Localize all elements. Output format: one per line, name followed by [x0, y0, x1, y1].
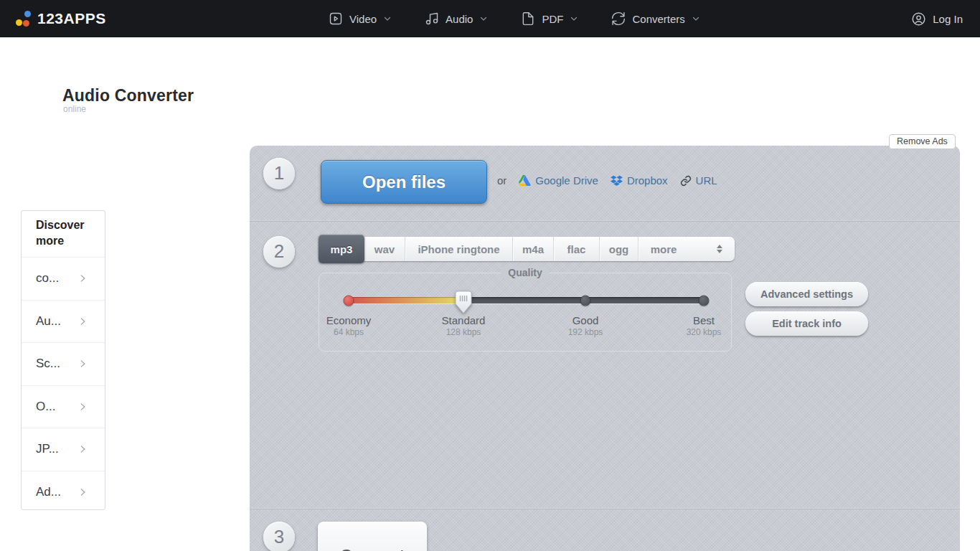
quality-slider-fill — [345, 297, 463, 303]
remove-ads-button[interactable]: Remove Ads — [889, 134, 956, 149]
quality-dot-economy[interactable] — [344, 295, 354, 306]
discover-item-label: Sc... — [36, 357, 60, 371]
discover-item-label: Au... — [36, 314, 61, 329]
chevron-down-icon — [479, 14, 488, 23]
chevron-down-icon — [570, 14, 578, 23]
quality-stop-labels: Economy 64 kbps Standard 128 kbps Good 1… — [345, 314, 704, 343]
format-tab-iphone-ringtone[interactable]: iPhone ringtone — [405, 237, 513, 261]
converters-icon — [611, 11, 626, 26]
page-subtitle: online — [63, 104, 86, 114]
chevron-right-icon — [77, 273, 88, 283]
logo-dots-icon — [16, 11, 32, 27]
pdf-file-icon — [521, 11, 535, 26]
menu-label-pdf: PDF — [542, 13, 563, 25]
top-nav-bar: 123APPS Video Audio PDF Converters Log I… — [0, 0, 980, 37]
format-tab-ogg[interactable]: ogg — [600, 237, 639, 261]
chevron-right-icon — [77, 359, 88, 369]
google-drive-link[interactable]: Google Drive — [519, 174, 598, 187]
format-tab-bar: mp3 wav iPhone ringtone m4a flac ogg mor… — [319, 237, 735, 261]
section-divider — [250, 508, 960, 509]
format-tab-wav[interactable]: wav — [364, 237, 405, 261]
main-menu: Video Audio PDF Converters — [329, 0, 700, 37]
format-tab-m4a[interactable]: m4a — [513, 237, 554, 261]
dropbox-label: Dropbox — [627, 174, 668, 187]
menu-item-pdf[interactable]: PDF — [521, 11, 578, 26]
dropbox-link[interactable]: Dropbox — [611, 174, 668, 187]
logo-123apps[interactable]: 123APPS — [16, 0, 106, 37]
audio-icon — [425, 11, 439, 26]
login-label: Log In — [933, 13, 963, 25]
discover-more-panel: Discover more co... Au... Sc... O... JP.… — [21, 210, 105, 510]
edit-track-info-button[interactable]: Edit track info — [745, 311, 868, 336]
discover-more-title: Discover more — [22, 211, 105, 258]
discover-item-5[interactable]: JP... — [22, 428, 105, 471]
menu-item-audio[interactable]: Audio — [425, 11, 488, 26]
menu-item-converters[interactable]: Converters — [611, 11, 699, 26]
select-stepper-icon — [717, 245, 722, 253]
quality-dot-good[interactable] — [580, 295, 591, 306]
chevron-down-icon — [383, 14, 392, 23]
chevron-down-icon — [692, 14, 700, 23]
step-1-badge: 1 — [263, 158, 295, 189]
chevron-right-icon — [77, 316, 88, 326]
quality-stop-standard: Standard 128 kbps — [442, 314, 486, 337]
chevron-right-icon — [77, 402, 88, 412]
video-icon — [329, 11, 343, 26]
format-more-label: more — [651, 243, 677, 255]
login-button[interactable]: Log In — [911, 0, 963, 37]
quality-slider-handle[interactable] — [455, 291, 473, 317]
menu-label-video: Video — [349, 13, 377, 25]
dropbox-icon — [611, 175, 623, 186]
quality-dot-best[interactable] — [699, 295, 710, 306]
quality-stop-best: Best 320 kbps — [687, 314, 722, 337]
url-label: URL — [696, 174, 717, 187]
url-link[interactable]: URL — [680, 174, 717, 187]
discover-item-6[interactable]: Ad... — [22, 471, 105, 514]
step-2-badge: 2 — [263, 236, 295, 268]
link-icon — [680, 175, 692, 187]
chevron-right-icon — [77, 487, 88, 497]
or-label: or — [497, 174, 507, 187]
google-drive-icon — [519, 175, 531, 186]
file-source-links: or Google Drive Dropbox URL — [497, 174, 717, 187]
page-title: Audio Converter — [62, 86, 194, 105]
step-3-badge: 3 — [263, 522, 295, 551]
format-tab-flac[interactable]: flac — [554, 237, 600, 261]
format-tab-mp3[interactable]: mp3 — [319, 235, 364, 263]
google-drive-label: Google Drive — [535, 174, 598, 187]
quality-legend: Quality — [501, 267, 549, 278]
discover-item-label: O... — [36, 400, 55, 414]
logo-text: 123APPS — [37, 10, 106, 27]
user-icon — [911, 11, 926, 27]
quality-stop-good: Good 192 kbps — [568, 314, 603, 337]
format-tab-more[interactable]: more — [639, 237, 735, 261]
quality-slider-track[interactable] — [345, 297, 704, 303]
quality-stop-economy: Economy 64 kbps — [326, 314, 372, 337]
menu-label-audio: Audio — [446, 13, 473, 25]
discover-item-label: Ad... — [36, 485, 61, 499]
section-divider — [250, 220, 960, 222]
advanced-settings-button[interactable]: Advanced settings — [745, 282, 868, 306]
open-files-button[interactable]: Open files — [321, 160, 487, 204]
convert-button[interactable]: Convert — [318, 522, 427, 551]
discover-item-1[interactable]: co... — [22, 258, 105, 301]
discover-item-label: co... — [36, 271, 59, 286]
menu-label-converters: Converters — [632, 13, 684, 25]
menu-item-video[interactable]: Video — [329, 11, 392, 26]
chevron-right-icon — [77, 444, 88, 454]
quality-fieldset: Quality — [319, 273, 732, 352]
discover-item-2[interactable]: Au... — [22, 301, 105, 344]
discover-item-4[interactable]: O... — [22, 386, 105, 429]
converter-panel: 1 Open files or Google Drive Dropbox URL… — [250, 146, 960, 551]
discover-item-label: JP... — [36, 442, 59, 456]
discover-item-3[interactable]: Sc... — [22, 343, 105, 386]
